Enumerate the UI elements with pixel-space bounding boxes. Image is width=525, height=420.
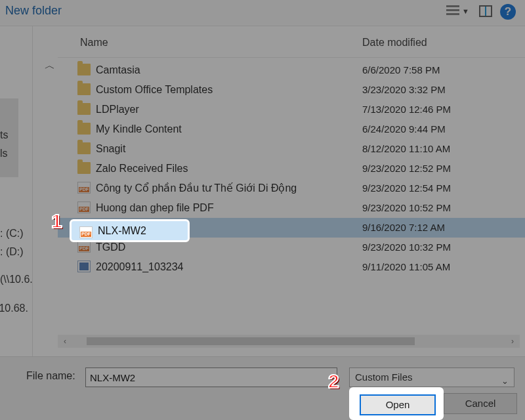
help-icon[interactable]: ? bbox=[500, 4, 516, 20]
file-date: 7/13/2020 12:46 PM bbox=[362, 100, 451, 119]
sidebar-item[interactable]: : (D:) bbox=[0, 243, 24, 261]
columns-header: Name Date modified bbox=[58, 35, 525, 58]
file-row[interactable]: 20200911_1032349/11/2020 11:05 AM bbox=[58, 257, 525, 277]
column-name[interactable]: Name bbox=[80, 37, 108, 49]
file-type-select[interactable]: Custom Files ⌄ bbox=[349, 368, 514, 387]
highlighted-file-name: NLX-MW2 bbox=[98, 225, 146, 237]
chevron-down-icon: ⌄ bbox=[501, 372, 509, 390]
scroll-right-icon[interactable]: › bbox=[505, 337, 520, 346]
file-date: 6/6/2020 7:58 PM bbox=[362, 60, 440, 80]
view-mode-icon[interactable] bbox=[446, 5, 459, 16]
scroll-left-icon[interactable]: ‹ bbox=[58, 337, 72, 346]
toolbar: New folder ▼ ? bbox=[0, 0, 525, 26]
file-row[interactable]: Custom Office Templates3/23/2020 3:32 PM bbox=[58, 80, 525, 100]
annotation-1: 1 bbox=[51, 210, 68, 230]
filename-input[interactable] bbox=[85, 368, 337, 387]
pdf-icon bbox=[79, 226, 93, 238]
file-row[interactable]: Huong dan ghep file PDF9/23/2020 10:52 P… bbox=[58, 198, 525, 218]
file-date: 9/11/2020 11:05 AM bbox=[362, 257, 450, 277]
folder-icon bbox=[77, 142, 91, 154]
sidebar-item[interactable]: : (C:) bbox=[0, 224, 24, 243]
file-date: 9/23/2020 10:52 PM bbox=[362, 198, 451, 218]
file-name: Custom Office Templates bbox=[96, 80, 213, 100]
file-name: My Kindle Content bbox=[96, 119, 182, 139]
dialog-footer: File name: Custom Files ⌄ Open Cancel bbox=[0, 356, 525, 420]
file-row[interactable]: Zalo Received Files9/23/2020 12:52 PM bbox=[58, 159, 525, 178]
file-row[interactable]: LDPlayer7/13/2020 12:46 PM bbox=[58, 100, 525, 119]
file-list-pane: Name Date modified Camtasia6/6/2020 7:58… bbox=[58, 26, 525, 335]
file-date: 3/23/2020 3:32 PM bbox=[362, 80, 446, 100]
file-name: Huong dan ghep file PDF bbox=[96, 198, 214, 218]
scroll-thumb[interactable] bbox=[87, 337, 415, 345]
file-date: 6/24/2020 9:44 PM bbox=[362, 119, 446, 139]
file-row[interactable]: My Kindle Content6/24/2020 9:44 PM bbox=[58, 119, 525, 139]
file-name: 20200911_103234 bbox=[96, 257, 183, 277]
open-button-highlight[interactable]: Open bbox=[360, 394, 436, 415]
folder-icon bbox=[77, 162, 91, 174]
sidebar-item[interactable]: \10.68. bbox=[0, 299, 28, 318]
scroll-up-icon[interactable]: ︿ bbox=[45, 59, 55, 73]
view-mode-dropdown-icon[interactable]: ▼ bbox=[462, 7, 469, 15]
file-date: 9/23/2020 12:54 PM bbox=[362, 178, 451, 198]
highlighted-file[interactable]: NLX-MW2 bbox=[70, 219, 190, 242]
column-date-modified[interactable]: Date modified bbox=[362, 37, 427, 49]
file-name: Camtasia bbox=[96, 60, 140, 80]
annotation-2: 2 bbox=[328, 370, 345, 390]
filename-label: File name: bbox=[26, 370, 75, 382]
folder-icon bbox=[77, 64, 91, 75]
file-rows: Camtasia6/6/2020 7:58 PMCustom Office Te… bbox=[58, 60, 525, 277]
file-row[interactable]: Camtasia6/6/2020 7:58 PM bbox=[58, 60, 525, 80]
cancel-button[interactable]: Cancel bbox=[444, 393, 517, 414]
pdf-icon bbox=[77, 201, 91, 213]
pdf-icon bbox=[77, 182, 91, 194]
folder-icon bbox=[77, 103, 91, 115]
sidebar-item[interactable]: ts bbox=[0, 126, 8, 144]
highlighted-open: Open bbox=[349, 387, 444, 420]
file-date: 9/23/2020 10:32 PM bbox=[362, 238, 451, 257]
file-date: 8/12/2020 11:10 AM bbox=[362, 139, 450, 159]
folder-icon bbox=[77, 123, 91, 135]
img-icon bbox=[77, 261, 91, 272]
file-date: 9/23/2020 12:52 PM bbox=[362, 159, 451, 178]
new-folder-button[interactable]: New folder bbox=[5, 4, 62, 18]
file-date: 9/16/2020 7:12 AM bbox=[362, 218, 445, 238]
file-type-value: Custom Files bbox=[355, 371, 413, 383]
scroll-track[interactable] bbox=[72, 337, 505, 346]
file-name: Công ty Cổ phần Đầu tư Thế Giới Di Động bbox=[96, 178, 297, 198]
file-name: Zalo Received Files bbox=[96, 159, 188, 178]
file-row[interactable]: Snagit8/12/2020 11:10 AM bbox=[58, 139, 525, 159]
sidebar-item[interactable]: ls bbox=[0, 144, 8, 163]
file-name: Snagit bbox=[96, 139, 125, 159]
horizontal-scrollbar[interactable]: ‹ › bbox=[58, 335, 520, 348]
file-row[interactable]: Công ty Cổ phần Đầu tư Thế Giới Di Động9… bbox=[58, 178, 525, 198]
pdf-icon bbox=[77, 241, 91, 253]
file-name: LDPlayer bbox=[96, 100, 139, 119]
folder-icon bbox=[77, 83, 91, 95]
sidebar-item[interactable]: (\\10.6. bbox=[0, 270, 33, 289]
preview-pane-icon[interactable] bbox=[479, 5, 492, 17]
